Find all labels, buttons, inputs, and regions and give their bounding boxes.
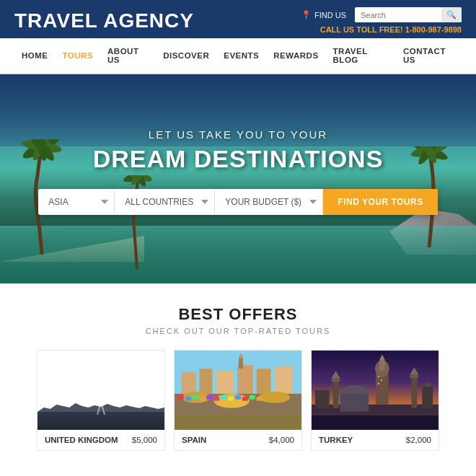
svg-rect-57 xyxy=(411,376,417,407)
london-image xyxy=(38,351,164,430)
svg-rect-43 xyxy=(242,397,248,401)
toll-free-prefix: CALL US TOLL FREE! xyxy=(320,25,403,34)
svg-rect-53 xyxy=(332,378,340,382)
svg-rect-63 xyxy=(422,387,433,408)
spain-country: SPAIN xyxy=(182,436,206,444)
tour-card-london[interactable]: UNITED KINGDOM $5,000 xyxy=(37,350,165,451)
region-select[interactable]: ASIA EUROPE AMERICAS AFRICA xyxy=(38,190,115,214)
location-icon: 📍 xyxy=(301,10,312,20)
spain-info: SPAIN $4,000 xyxy=(175,430,301,450)
svg-rect-42 xyxy=(235,395,241,400)
svg-rect-52 xyxy=(333,379,339,408)
tour-card-turkey[interactable]: TURKEY $2,000 xyxy=(311,350,439,451)
svg-rect-34 xyxy=(178,395,184,400)
svg-rect-65 xyxy=(315,390,330,408)
tour-search-bar: ASIA EUROPE AMERICAS AFRICA ALL COUNTRIE… xyxy=(38,189,437,215)
svg-point-33 xyxy=(259,392,291,403)
budget-select[interactable]: YOUR BUDGET ($) $1,000 $2,000 $5,000 xyxy=(215,190,323,214)
london-info: UNITED KINGDOM $5,000 xyxy=(38,430,164,450)
best-offers-section: BEST OFFERS CHECK OUT OUR TOP-RATED TOUR… xyxy=(0,283,476,465)
section-subtitle: CHECK OUT OUR TOP-RATED TOURS xyxy=(14,327,462,335)
turkey-scene-icon xyxy=(312,351,438,430)
country-select[interactable]: ALL COUNTRIES UK SPAIN TURKEY xyxy=(115,190,215,214)
hero-section: LET US TAKE YOU TO YOUR DREAM DESTINATIO… xyxy=(0,74,476,283)
spain-scene-icon xyxy=(175,351,301,430)
nav-contact[interactable]: CONTACT US xyxy=(396,38,462,73)
svg-rect-25 xyxy=(237,365,253,394)
section-title: BEST OFFERS xyxy=(14,305,462,324)
nav-home[interactable]: HOME xyxy=(14,43,56,69)
turkey-price: $2,000 xyxy=(406,436,431,444)
toll-free-info: CALL US TOLL FREE! 1-800-987-9898 xyxy=(320,25,462,34)
find-us-label: FIND US xyxy=(314,11,346,19)
tour-card-spain[interactable]: SPAIN $4,000 xyxy=(174,350,302,451)
svg-rect-64 xyxy=(426,383,431,387)
top-right-controls: 📍 FIND US 🔍 CALL US TOLL FREE! 1-800-987… xyxy=(301,7,462,34)
turkey-info: TURKEY $2,000 xyxy=(312,430,438,450)
nav-about[interactable]: ABOUT US xyxy=(100,38,156,73)
nav-discover[interactable]: DISCOVER xyxy=(156,43,216,69)
nav-rewards[interactable]: REWARDS xyxy=(266,43,325,69)
svg-rect-22 xyxy=(182,372,196,394)
svg-line-19 xyxy=(97,402,101,415)
svg-rect-28 xyxy=(239,358,243,369)
top-row-1: 📍 FIND US 🔍 xyxy=(301,7,462,22)
svg-point-32 xyxy=(213,394,249,408)
nav-tours[interactable]: TOURS xyxy=(56,43,101,69)
svg-rect-27 xyxy=(274,366,292,394)
spain-price: $4,000 xyxy=(269,436,294,444)
svg-rect-45 xyxy=(257,397,263,401)
svg-rect-56 xyxy=(340,394,369,412)
find-tours-button[interactable]: FIND YOUR TOURS xyxy=(323,189,437,215)
search-box: 🔍 xyxy=(355,7,462,22)
phone-number[interactable]: 1-800-987-9898 xyxy=(405,25,462,34)
svg-rect-36 xyxy=(193,395,198,400)
svg-rect-50 xyxy=(379,360,385,371)
svg-rect-47 xyxy=(312,405,438,430)
svg-line-20 xyxy=(101,402,105,415)
london-country: UNITED KINGDOM xyxy=(45,436,118,444)
svg-rect-41 xyxy=(228,397,234,401)
hero-content: LET US TAKE YOU TO YOUR DREAM DESTINATIO… xyxy=(38,128,437,229)
tour-cards-container: UNITED KINGDOM $5,000 xyxy=(14,350,462,451)
turkey-country: TURKEY xyxy=(319,436,353,444)
svg-rect-39 xyxy=(213,397,219,401)
svg-rect-24 xyxy=(216,371,234,394)
spain-photo xyxy=(175,351,301,430)
nav-events[interactable]: EVENTS xyxy=(216,43,266,69)
hero-title: DREAM DESTINATIONS xyxy=(38,145,437,173)
turkey-image xyxy=(312,351,438,430)
svg-rect-46 xyxy=(312,351,438,430)
svg-rect-26 xyxy=(257,369,271,394)
svg-rect-40 xyxy=(221,395,226,400)
svg-rect-23 xyxy=(200,369,213,394)
svg-rect-35 xyxy=(185,397,191,401)
find-us-link[interactable]: 📍 FIND US xyxy=(301,10,346,20)
nav-travel-blog[interactable]: TRAVEL BLOG xyxy=(326,38,396,73)
main-nav: HOME TOURS ABOUT US DISCOVER EVENTS REWA… xyxy=(0,38,476,74)
london-photo xyxy=(38,351,164,430)
svg-rect-58 xyxy=(410,374,418,378)
turkey-photo xyxy=(312,351,438,430)
svg-point-18 xyxy=(98,379,104,384)
svg-rect-37 xyxy=(200,397,206,401)
svg-rect-62 xyxy=(378,383,379,384)
site-logo: TRAVEL AGENCY xyxy=(14,9,194,32)
london-price: $5,000 xyxy=(132,436,157,444)
svg-rect-38 xyxy=(206,395,212,400)
hero-subtitle: LET US TAKE YOU TO YOUR xyxy=(38,128,437,141)
spain-image xyxy=(175,351,301,430)
svg-rect-60 xyxy=(378,376,379,377)
search-button[interactable]: 🔍 xyxy=(441,7,462,22)
svg-rect-61 xyxy=(381,379,382,381)
top-section: TRAVEL AGENCY 📍 FIND US 🔍 CALL US TOLL F… xyxy=(0,0,476,38)
search-input[interactable] xyxy=(355,8,441,22)
svg-rect-44 xyxy=(250,395,255,400)
london-eye-icon xyxy=(76,354,126,415)
